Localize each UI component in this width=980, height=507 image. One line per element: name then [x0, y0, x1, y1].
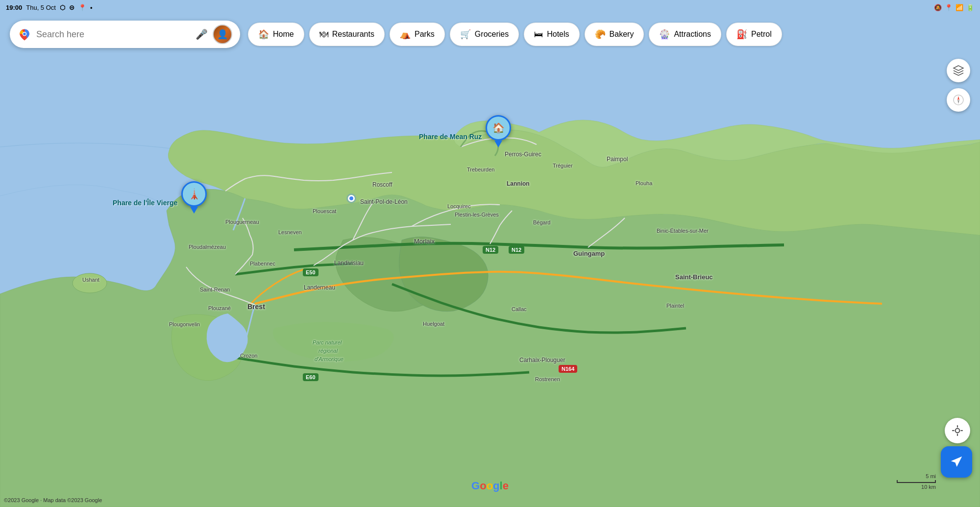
nav-pill-attractions[interactable]: 🎡Attractions [649, 23, 721, 46]
petrol-icon: ⛽ [736, 29, 747, 40]
time: 19:00 [6, 4, 22, 11]
svg-point-6 [956, 429, 960, 433]
attractions-icon: 🎡 [659, 29, 670, 40]
marker-phare-ile-vierge[interactable]: Phare de l'Île Vierge 🗼 [113, 181, 207, 207]
location-button[interactable] [945, 418, 970, 443]
marker-phare-mean-ruz[interactable]: Phare de Mean Ruz 🏠 [419, 115, 511, 141]
nav-pill-parks[interactable]: ⛺Parks [390, 23, 445, 46]
attribution: ©2023 Google · Map data ©2023 Google [4, 497, 102, 503]
usb-icon: ⬡ [60, 4, 65, 11]
restaurants-label: Restaurants [332, 30, 374, 39]
bakery-label: Bakery [610, 30, 634, 39]
user-avatar[interactable]: 👤 [213, 24, 232, 44]
nav-pill-petrol[interactable]: ⛽Petrol [726, 23, 782, 46]
svg-point-1 [73, 273, 107, 293]
map-pin-icon: 📍 [945, 4, 953, 11]
directions-button[interactable] [941, 446, 972, 478]
groceries-icon: 🛒 [460, 29, 471, 40]
block-icon: ⊝ [69, 4, 74, 11]
dot-icon: • [90, 4, 93, 11]
current-location-dot [348, 195, 355, 202]
marker-label-ile-vierge: Phare de l'Île Vierge [113, 199, 177, 207]
google-maps-logo [18, 27, 31, 41]
top-bar: 🎤 👤 🏠Home🍽Restaurants⛺Parks🛒Groceries🛏Ho… [0, 15, 980, 54]
home-icon: 🏠 [258, 29, 269, 40]
search-box[interactable]: 🎤 👤 [10, 21, 240, 48]
svg-point-4 [23, 33, 26, 36]
compass-button[interactable] [947, 88, 970, 112]
scale-km: 10 km [921, 484, 936, 490]
scale-bar: 5 mi 10 km [897, 473, 936, 490]
search-input[interactable] [36, 29, 191, 40]
map-container[interactable]: RoscoffPlouguerneauLesnevenPloudalmézeau… [0, 0, 980, 507]
marker-label-mean-ruz: Phare de Mean Ruz [419, 133, 482, 141]
nav-pill-restaurants[interactable]: 🍽Restaurants [309, 23, 385, 46]
nav-pill-groceries[interactable]: 🛒Groceries [450, 23, 519, 46]
hotels-label: Hotels [547, 30, 569, 39]
location-icon: 📍 [78, 4, 86, 11]
hotels-icon: 🛏 [534, 29, 543, 40]
mic-icon[interactable]: 🎤 [196, 28, 208, 40]
petrol-label: Petrol [751, 30, 772, 39]
bakery-icon: 🥐 [595, 29, 606, 40]
scale-miles: 5 mi [926, 473, 936, 479]
date: Thu, 5 Oct [26, 4, 56, 11]
home-label: Home [273, 30, 294, 39]
attractions-label: Attractions [674, 30, 711, 39]
mute-icon: 🔕 [934, 4, 942, 11]
wifi-icon: 📶 [956, 4, 963, 11]
groceries-label: Groceries [475, 30, 509, 39]
nav-pill-hotels[interactable]: 🛏Hotels [524, 23, 579, 46]
nav-pill-bakery[interactable]: 🥐Bakery [585, 23, 644, 46]
parks-label: Parks [415, 30, 435, 39]
battery-icon: 🔋 [966, 4, 974, 11]
layers-button[interactable] [947, 59, 970, 82]
restaurants-icon: 🍽 [319, 29, 328, 40]
google-watermark: Google [471, 480, 509, 492]
map-controls [947, 59, 970, 112]
parks-icon: ⛺ [400, 29, 411, 40]
nav-pills: 🏠Home🍽Restaurants⛺Parks🛒Groceries🛏Hotels… [248, 23, 782, 46]
nav-pill-home[interactable]: 🏠Home [248, 23, 304, 46]
status-bar: 19:00 Thu, 5 Oct ⬡ ⊝ 📍 • 🔕 📍 📶 🔋 [0, 0, 980, 15]
